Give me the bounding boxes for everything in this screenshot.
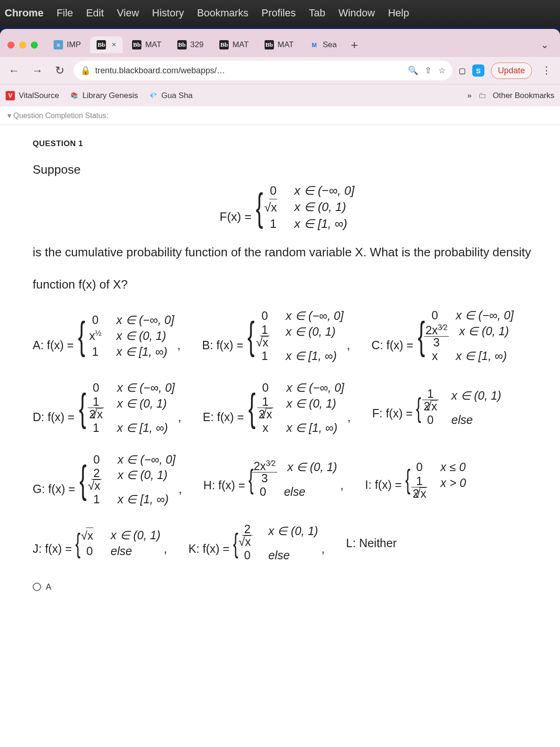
option-f: F: f(x) = { 12xx ∈ (0, 1) 0else	[372, 388, 501, 428]
question-completion-status[interactable]: ▾ Question Completion Status:	[0, 106, 560, 125]
bookmark-vitalsource[interactable]: V VitalSource	[6, 91, 59, 100]
share-icon[interactable]: ⇧	[425, 65, 432, 76]
blackboard-icon: Bb	[97, 40, 106, 49]
answer-options: A: f(x) = { 0x ∈ (−∞, 0] x½x ∈ (0, 1) 1x…	[33, 308, 541, 564]
option-j: J: f(x) = { xx ∈ (0, 1) 0else ,	[33, 528, 167, 560]
reading-list-icon[interactable]: ▢	[459, 66, 466, 75]
gmail-icon: M	[309, 40, 319, 49]
app-name: Chrome	[5, 7, 43, 19]
blackboard-icon: Bb	[132, 40, 141, 49]
hamburger-icon: ≡	[54, 40, 63, 49]
option-h: H: f(x) = { 2x3⁄23x ∈ (0, 1) 0else ,	[203, 459, 343, 500]
other-bookmarks[interactable]: Other Bookmarks	[493, 91, 554, 100]
radio-icon[interactable]	[33, 583, 41, 591]
option-i: I: f(x) = { 0x ≤ 0 12xx > 0	[365, 459, 466, 500]
diamond-icon: 💎	[148, 91, 158, 100]
option-g: G: f(x) = { 0x ∈ (−∞, 0] 2xx ∈ (0, 1) 1x…	[33, 452, 182, 508]
bookmark-label: Gua Sha	[161, 91, 193, 100]
kebab-menu-icon[interactable]: ⋮	[539, 64, 554, 77]
search-icon[interactable]: 🔍	[408, 65, 418, 76]
tab-mat-3[interactable]: Bb MAT	[258, 36, 301, 53]
bookmarks-bar: V VitalSource 📚 Library Genesis 💎 Gua Sh…	[0, 84, 560, 106]
tab-bb-active[interactable]: Bb ×	[90, 36, 123, 53]
lock-icon: 🔒	[80, 65, 91, 76]
option-l: L: Neither	[346, 536, 397, 550]
option-e: E: f(x) = { 0x ∈ (−∞, 0] 12xx ∈ (0, 1) x…	[203, 380, 350, 436]
tab-label: MAT	[145, 40, 161, 49]
minimize-window-button[interactable]	[19, 42, 26, 49]
star-icon[interactable]: ☆	[438, 65, 446, 76]
bookmark-guasha[interactable]: 💎 Gua Sha	[148, 91, 193, 100]
back-button[interactable]: ←	[6, 64, 22, 77]
close-icon[interactable]: ×	[112, 40, 116, 49]
option-c: C: f(x) = { 0x ∈ (−∞, 0] 2x3⁄23x ∈ (0, 1…	[371, 308, 514, 364]
toolbar: ← → ↻ 🔒 trentu.blackboard.com/webapps/… …	[0, 57, 560, 84]
chevron-down-icon[interactable]: ⌄	[534, 39, 555, 50]
address-icons: 🔍 ⇧ ☆	[408, 65, 446, 76]
menu-view[interactable]: View	[117, 7, 139, 19]
bookmark-libgen[interactable]: 📚 Library Genesis	[70, 91, 138, 100]
menu-profiles[interactable]: Profiles	[261, 7, 295, 19]
forward-button[interactable]: →	[29, 64, 46, 77]
menu-file[interactable]: File	[56, 7, 73, 19]
tab-label: Sea	[322, 40, 336, 49]
tab-strip: ≡ IMP Bb × Bb MAT Bb 329 Bb MAT Bb MAT M…	[0, 29, 560, 57]
url-text: trentu.blackboard.com/webapps/…	[95, 66, 225, 76]
option-a: A: f(x) = { 0x ∈ (−∞, 0] x½x ∈ (0, 1) 1x…	[33, 312, 181, 360]
tab-label: 329	[190, 40, 203, 49]
question-number: QUESTION 1	[33, 139, 541, 148]
menu-bookmarks[interactable]: Bookmarks	[197, 7, 248, 19]
update-button[interactable]: Update	[491, 63, 532, 79]
address-bar[interactable]: 🔒 trentu.blackboard.com/webapps/… 🔍 ⇧ ☆	[74, 61, 452, 80]
tab-sea[interactable]: M Sea	[303, 36, 343, 53]
blackboard-icon: Bb	[177, 40, 187, 49]
cdf-definition: F(x) = { 0x ∈ (−∞, 0] xx ∈ (0, 1) 1x ∈ […	[33, 183, 541, 232]
menu-help[interactable]: Help	[388, 7, 409, 19]
books-icon: 📚	[70, 91, 79, 100]
macos-menubar: Chrome File Edit View History Bookmarks …	[0, 0, 560, 26]
tab-329[interactable]: Bb 329	[171, 36, 210, 53]
maximize-window-button[interactable]	[31, 42, 38, 49]
tab-label: MAT	[232, 40, 249, 49]
answer-choice-a[interactable]: A	[33, 582, 541, 592]
answer-label: A	[46, 582, 51, 592]
question-body: QUESTION 1 Suppose F(x) = { 0x ∈ (−∞, 0]…	[0, 125, 560, 601]
reload-button[interactable]: ↻	[52, 64, 67, 77]
page-content: ▾ Question Completion Status: QUESTION 1…	[0, 106, 560, 747]
extension-s-icon[interactable]: S	[472, 64, 484, 77]
option-k: K: f(x) = { 2xx ∈ (0, 1) 0else ,	[189, 523, 325, 564]
blackboard-icon: Bb	[265, 40, 274, 49]
option-b: B: f(x) = { 0x ∈ (−∞, 0] 1xx ∈ (0, 1) 1x…	[202, 308, 350, 364]
tab-mat-2[interactable]: Bb MAT	[213, 36, 255, 53]
tab-imp[interactable]: ≡ IMP	[47, 36, 87, 53]
vitalsource-icon: V	[6, 91, 15, 100]
menu-history[interactable]: History	[152, 7, 184, 19]
bookmark-label: Library Genesis	[83, 91, 138, 100]
question-desc-line2: function f(x) of X?	[33, 275, 541, 294]
folder-icon: 🗀	[478, 91, 486, 100]
menu-edit[interactable]: Edit	[86, 7, 104, 19]
question-desc-line1: is the cumulative probability function o…	[33, 243, 541, 261]
option-d: D: f(x) = { 0x ∈ (−∞, 0] 12xx ∈ (0, 1) 1…	[33, 380, 181, 436]
update-label: Update	[498, 66, 525, 76]
bookmarks-overflow[interactable]: »	[467, 91, 471, 100]
tab-label: MAT	[278, 40, 294, 49]
suppose-text: Suppose	[33, 162, 541, 177]
bookmark-label: VitalSource	[19, 91, 59, 100]
blackboard-icon: Bb	[219, 40, 229, 49]
tab-mat-1[interactable]: Bb MAT	[126, 36, 168, 53]
close-window-button[interactable]	[7, 42, 14, 49]
window-controls	[5, 42, 44, 49]
menu-window[interactable]: Window	[338, 7, 375, 19]
menu-tab[interactable]: Tab	[309, 7, 325, 19]
new-tab-button[interactable]: +	[346, 38, 363, 52]
browser-window: ≡ IMP Bb × Bb MAT Bb 329 Bb MAT Bb MAT M…	[0, 29, 560, 747]
tab-label: IMP	[67, 40, 81, 49]
